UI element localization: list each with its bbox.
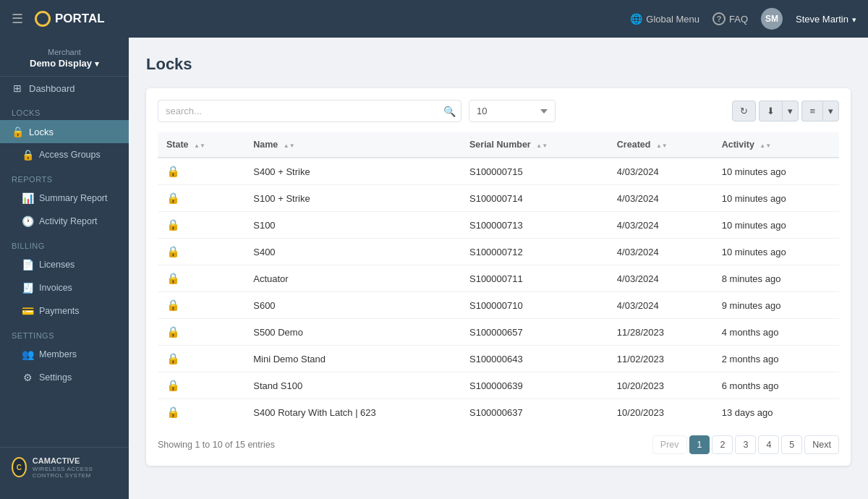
page-5-button[interactable]: 5 xyxy=(781,435,802,454)
sidebar-item-label: Access Groups xyxy=(39,150,101,160)
pagination: Prev12345Next xyxy=(652,435,839,454)
cell-created: 4/03/2024 xyxy=(608,185,713,212)
search-button[interactable]: 🔍 xyxy=(443,106,456,117)
cell-serial: S100000643 xyxy=(461,346,608,372)
sidebar-item-invoices[interactable]: 🧾 Invoices xyxy=(0,276,129,299)
table-row[interactable]: 🔒 S100 S100000713 4/03/2024 10 minutes a… xyxy=(158,212,839,239)
global-menu-link[interactable]: Global Menu xyxy=(630,13,699,25)
sidebar-item-locks[interactable]: 🔒 Locks xyxy=(0,120,129,143)
table-toolbar: 🔍 10 25 50 100 ↻ ⬇ ▾ ≡ ▾ xyxy=(158,100,839,122)
col-activity[interactable]: Activity ▲▼ xyxy=(713,132,839,158)
download-button-group: ⬇ ▾ xyxy=(759,101,799,121)
globe-icon xyxy=(630,13,642,25)
cell-serial: S100000714 xyxy=(461,185,608,212)
lock-icon: 🔒 xyxy=(12,126,23,137)
cell-name: S100 + Strike xyxy=(244,185,461,212)
app-body: Merchant Demo Display ⊞ Dashboard Locks … xyxy=(0,38,868,499)
filter-caret-button[interactable]: ▾ xyxy=(822,101,839,121)
footer-logo-text: CAMACTIVE xyxy=(33,456,117,466)
sort-icon: ▲▼ xyxy=(284,143,295,149)
lock-state-icon: 🔒 xyxy=(166,218,180,231)
download-caret-button[interactable]: ▾ xyxy=(782,101,799,121)
dashboard-icon: ⊞ xyxy=(12,82,23,94)
sidebar-item-access-groups[interactable]: 🔒 Access Groups xyxy=(0,143,129,166)
table-row[interactable]: 🔒 S400 + Strike S100000715 4/03/2024 10 … xyxy=(158,158,839,185)
page-2-button[interactable]: 2 xyxy=(712,435,733,454)
cell-state: 🔒 xyxy=(158,239,244,265)
col-serial[interactable]: Serial Number ▲▼ xyxy=(461,132,608,158)
licenses-icon: 📄 xyxy=(22,259,33,270)
lock-state-icon: 🔒 xyxy=(166,352,180,364)
cell-state: 🔒 xyxy=(158,292,244,319)
table-row[interactable]: 🔒 S100 + Strike S100000714 4/03/2024 10 … xyxy=(158,185,839,212)
faq-label: FAQ xyxy=(729,14,748,25)
cell-state: 🔒 xyxy=(158,185,244,212)
sidebar-item-label: Activity Report xyxy=(39,216,98,226)
table-row[interactable]: 🔒 S400 S100000712 4/03/2024 10 minutes a… xyxy=(158,239,839,265)
cell-serial: S100000713 xyxy=(461,212,608,239)
page-prev-button[interactable]: Prev xyxy=(652,435,687,454)
cell-name: S400 xyxy=(244,239,461,265)
bar-chart-icon: 📊 xyxy=(22,192,33,204)
cell-activity: 10 minutes ago xyxy=(713,212,839,239)
col-state[interactable]: State ▲▼ xyxy=(158,132,244,158)
settings-icon: ⚙ xyxy=(22,372,33,383)
sort-icon: ▲▼ xyxy=(536,143,548,149)
navbar-right: Global Menu ? FAQ SM Steve Martin xyxy=(630,8,856,30)
sidebar-item-licenses[interactable]: 📄 Licenses xyxy=(0,253,129,276)
cell-state: 🔒 xyxy=(158,212,244,239)
merchant-chevron-icon xyxy=(95,58,99,69)
lock-state-icon: 🔒 xyxy=(166,272,180,284)
table-row[interactable]: 🔒 Mini Demo Stand S100000643 11/02/2023 … xyxy=(158,346,839,372)
portal-logo-text: PORTAL xyxy=(55,12,105,26)
sidebar-item-summary-report[interactable]: 📊 Summary Report xyxy=(0,187,129,210)
cell-created: 10/20/2023 xyxy=(608,372,713,399)
download-button[interactable]: ⬇ xyxy=(759,101,782,121)
table-row[interactable]: 🔒 S500 Demo S100000657 11/28/2023 4 mont… xyxy=(158,319,839,346)
per-page-select[interactable]: 10 25 50 100 xyxy=(469,100,556,122)
sidebar-item-payments[interactable]: 💳 Payments xyxy=(0,299,129,323)
global-menu-label: Global Menu xyxy=(646,14,699,25)
sidebar-item-label: Dashboard xyxy=(29,83,75,94)
user-name[interactable]: Steve Martin xyxy=(796,14,856,25)
locks-card: 🔍 10 25 50 100 ↻ ⬇ ▾ ≡ ▾ xyxy=(146,88,851,466)
table-row[interactable]: 🔒 Stand S100 S100000639 10/20/2023 6 mon… xyxy=(158,372,839,399)
cell-activity: 10 minutes ago xyxy=(713,239,839,265)
table-row[interactable]: 🔒 S600 S100000710 4/03/2024 9 minutes ag… xyxy=(158,292,839,319)
search-input[interactable] xyxy=(158,100,461,122)
filter-button[interactable]: ≡ xyxy=(801,101,822,121)
cell-state: 🔒 xyxy=(158,346,244,372)
lock-state-icon: 🔒 xyxy=(166,406,180,418)
merchant-name[interactable]: Demo Display xyxy=(12,58,117,69)
col-created[interactable]: Created ▲▼ xyxy=(608,132,713,158)
sidebar-item-members[interactable]: 👥 Members xyxy=(0,343,129,366)
cell-serial: S100000711 xyxy=(461,265,608,292)
sidebar-item-settings[interactable]: ⚙ Settings xyxy=(0,366,129,389)
lock-state-icon: 🔒 xyxy=(166,379,180,391)
lock-state-icon: 🔒 xyxy=(166,299,180,311)
avatar: SM xyxy=(761,8,783,30)
table-row[interactable]: 🔒 S400 Rotary With Latch | 623 S10000063… xyxy=(158,399,839,426)
page-3-button[interactable]: 3 xyxy=(735,435,756,454)
cell-serial: S100000712 xyxy=(461,239,608,265)
cell-name: S400 Rotary With Latch | 623 xyxy=(244,399,461,426)
page-4-button[interactable]: 4 xyxy=(758,435,779,454)
page-next-button[interactable]: Next xyxy=(804,435,839,454)
sidebar-item-dashboard[interactable]: ⊞ Dashboard xyxy=(0,77,129,100)
cell-serial: S100000639 xyxy=(461,372,608,399)
search-wrapper: 🔍 xyxy=(158,100,461,122)
table-row[interactable]: 🔒 Actuator S100000711 4/03/2024 8 minute… xyxy=(158,265,839,292)
sidebar-item-label: Summary Report xyxy=(39,193,107,203)
cell-activity: 8 minutes ago xyxy=(713,265,839,292)
hamburger-icon[interactable]: ☰ xyxy=(12,11,23,27)
footer-logo-sub: Wireless Access Control System xyxy=(33,466,117,479)
portal-logo: PORTAL xyxy=(35,11,105,27)
cell-state: 🔒 xyxy=(158,399,244,426)
page-1-button[interactable]: 1 xyxy=(689,435,710,454)
portal-logo-circle xyxy=(35,11,51,27)
refresh-button[interactable]: ↻ xyxy=(732,101,756,121)
table-header: State ▲▼ Name ▲▼ Serial Number ▲▼ Crea xyxy=(158,132,839,158)
sidebar-item-activity-report[interactable]: 🕐 Activity Report xyxy=(0,210,129,233)
faq-link[interactable]: ? FAQ xyxy=(712,12,748,25)
col-name[interactable]: Name ▲▼ xyxy=(244,132,461,158)
